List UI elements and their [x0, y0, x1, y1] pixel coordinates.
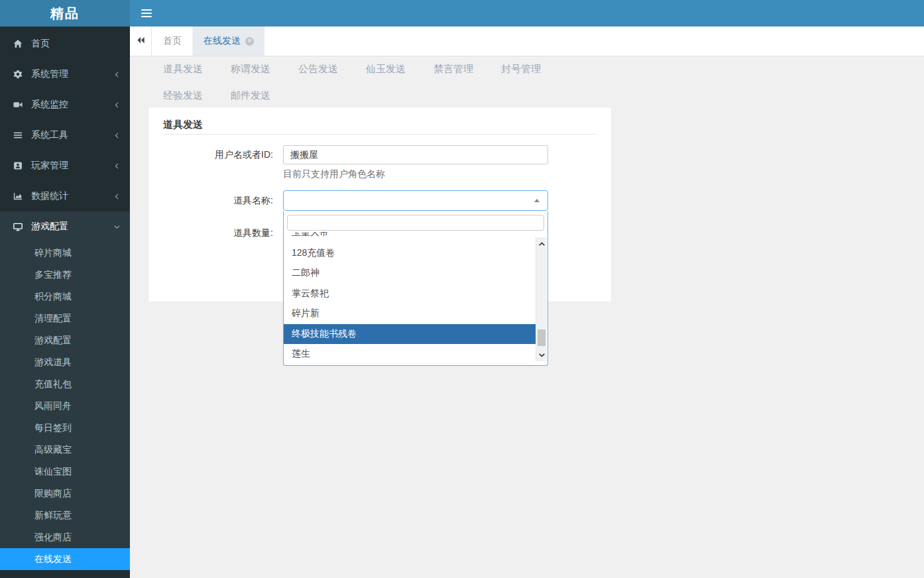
list-icon: [13, 131, 29, 140]
sidebar-item-label: 游戏配置: [29, 221, 113, 233]
submenu-item-cleanup-config[interactable]: 清理配置: [0, 308, 130, 329]
sidebar-item-system-tools[interactable]: 系统工具: [0, 120, 130, 150]
dropdown-search-input[interactable]: [287, 215, 544, 231]
item-select-dropdown-panel: 玉皇大帝128充值卷二郎神掌云祭祀碎片新终极技能书残卷莲生: [283, 211, 548, 366]
panel-title-divider: [163, 134, 597, 135]
submenu-item-fresh-fun[interactable]: 新鲜玩意: [0, 504, 130, 526]
dropdown-option[interactable]: 玉皇大帝: [284, 232, 536, 243]
chevron-left-icon: [113, 162, 121, 170]
gear-icon: [13, 70, 29, 79]
submenu-item-recharge-packs[interactable]: 充值礼包: [0, 373, 130, 395]
tab-label: 在线发送: [203, 35, 241, 47]
sidebar-item-label: 玩家管理: [29, 160, 113, 172]
tabs-scroll-left-button[interactable]: [130, 27, 152, 56]
chevron-left-icon: [113, 193, 121, 200]
brand-logo[interactable]: 精品: [0, 0, 130, 27]
sidebar-toggle-button[interactable]: [130, 0, 163, 27]
submenu-game-config: 碎片商城多宝推荐积分商城清理配置游戏配置游戏道具充值礼包风雨同舟每日签到高级藏宝…: [0, 242, 130, 570]
username-hint: 目前只支持用户角色名称: [283, 168, 385, 180]
submenu-item-daily-signin[interactable]: 每日签到: [0, 417, 130, 439]
submenu-item-limited-shop[interactable]: 限购商店: [0, 483, 130, 504]
sidebar-item-label: 系统工具: [29, 129, 113, 141]
submenu-item-game-config-sub[interactable]: 游戏配置: [0, 329, 130, 351]
scrollbar-up-icon[interactable]: [536, 239, 547, 249]
chevron-down-icon: [113, 223, 121, 231]
sidebar-item-system-monitor[interactable]: 系统监控: [0, 89, 130, 120]
submenu-item-advanced-treasure[interactable]: 高级藏宝: [0, 439, 130, 461]
sidebar-item-label: 数据统计: [29, 190, 113, 202]
item-name-label: 道具名称:: [152, 190, 273, 211]
tab-home[interactable]: 首页: [152, 27, 193, 56]
sidebar-item-player-manage[interactable]: 玩家管理: [0, 150, 130, 181]
submenu-item-zhuxian-map[interactable]: 诛仙宝图: [0, 461, 130, 483]
subtab-mute-manage[interactable]: 禁言管理: [433, 63, 473, 76]
submenu-item-fengyu-tongzhou[interactable]: 风雨同舟: [0, 395, 130, 417]
user-card-icon: [13, 161, 29, 170]
subtab-notice-send[interactable]: 公告发送: [298, 63, 338, 76]
desktop-icon: [13, 222, 29, 231]
panel-title: 道具发送: [163, 119, 203, 131]
submenu-item-points-mall[interactable]: 积分商城: [0, 286, 130, 308]
dropdown-option[interactable]: 碎片新: [284, 304, 536, 324]
dropdown-options-list: 玉皇大帝128充值卷二郎神掌云祭祀碎片新终极技能书残卷莲生: [284, 232, 536, 365]
submenu-item-duobao-recommend[interactable]: 多宝推荐: [0, 264, 130, 286]
sidebar-item-data-stats[interactable]: 数据统计: [0, 181, 130, 211]
dropdown-option[interactable]: 莲生: [284, 344, 536, 365]
select-arrow-up-icon: [534, 199, 540, 202]
submenu-item-shard-mall[interactable]: 碎片商城: [0, 242, 130, 264]
tab-close-icon[interactable]: ×: [245, 37, 254, 46]
subtab-row-1: 道具发送称谓发送公告发送仙玉发送禁言管理封号管理: [163, 63, 569, 76]
tab-label: 首页: [163, 35, 182, 47]
sidebar-item-game-config[interactable]: 游戏配置: [0, 211, 130, 242]
sidebar-nav: 首页系统管理系统监控系统工具玩家管理数据统计游戏配置碎片商城多宝推荐积分商城清理…: [0, 27, 130, 578]
item-count-label: 道具数量:: [152, 223, 273, 243]
subtab-item-send[interactable]: 道具发送: [163, 63, 203, 76]
chevron-left-icon: [113, 71, 121, 78]
submenu-item-enhance-shop[interactable]: 强化商店: [0, 526, 130, 548]
top-navbar: [0, 0, 924, 27]
tab-online-send[interactable]: 在线发送×: [193, 27, 264, 56]
dropdown-scrollbar[interactable]: [536, 237, 547, 361]
app-root: 精品 首页系统管理系统监控系统工具玩家管理数据统计游戏配置碎片商城多宝推荐积分商…: [0, 0, 924, 578]
subtab-mail-send[interactable]: 邮件发送: [231, 89, 270, 102]
username-input[interactable]: [283, 145, 548, 164]
scrollbar-thumb[interactable]: [538, 329, 546, 346]
double-left-arrow-icon: [137, 35, 145, 47]
username-label: 用户名或者ID:: [152, 145, 273, 164]
home-icon: [13, 39, 29, 48]
sidebar-item-label: 系统管理: [29, 68, 113, 80]
scrollbar-down-icon[interactable]: [536, 349, 547, 360]
dropdown-option[interactable]: 128充值卷: [284, 243, 536, 264]
dropdown-option[interactable]: 二郎神: [284, 263, 536, 284]
camera-icon: [13, 100, 29, 109]
sidebar-item-system-manage[interactable]: 系统管理: [0, 59, 130, 89]
chevron-left-icon: [113, 132, 121, 139]
item-name-select[interactable]: [283, 190, 548, 211]
sidebar-item-label: 系统监控: [29, 99, 113, 111]
subtab-row-2: 经验发送邮件发送: [163, 89, 298, 102]
subtab-ban-manage[interactable]: 封号管理: [501, 63, 541, 76]
subtab-title-send[interactable]: 称谓发送: [231, 63, 270, 76]
sidebar-item-label: 首页: [29, 38, 121, 50]
subtab-exp-send[interactable]: 经验发送: [163, 89, 203, 102]
subtab-xianyu-send[interactable]: 仙玉发送: [366, 63, 406, 76]
dropdown-option-selected[interactable]: 终极技能书残卷: [284, 324, 536, 345]
submenu-item-online-send[interactable]: 在线发送: [0, 548, 130, 570]
chevron-left-icon: [113, 101, 121, 109]
submenu-item-game-items[interactable]: 游戏道具: [0, 351, 130, 373]
area-chart-icon: [13, 192, 29, 201]
tab-bar: 首页在线发送×: [130, 27, 924, 56]
sidebar-item-home[interactable]: 首页: [0, 29, 130, 59]
dropdown-option[interactable]: 掌云祭祀: [284, 284, 536, 304]
